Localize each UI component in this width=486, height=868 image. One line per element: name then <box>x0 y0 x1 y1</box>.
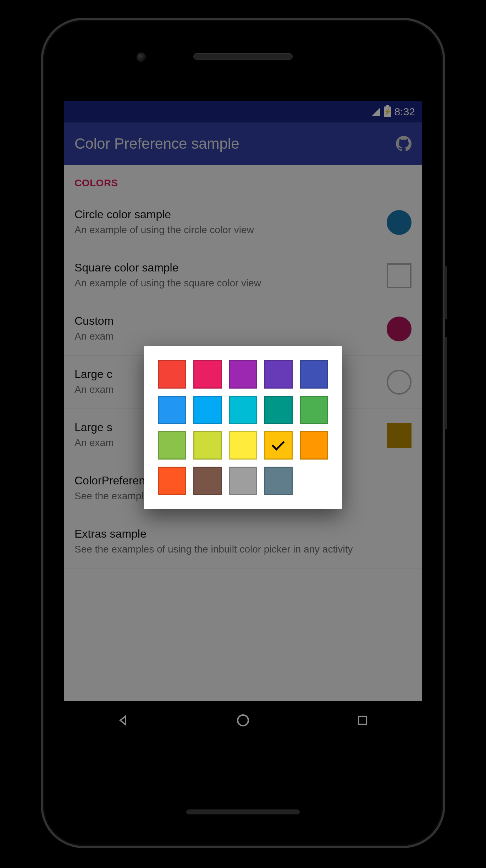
swatch-grid <box>158 360 328 495</box>
color-swatch[interactable] <box>229 360 257 389</box>
color-swatch[interactable] <box>229 396 257 424</box>
color-swatch[interactable] <box>264 431 293 460</box>
color-swatch[interactable] <box>300 360 328 389</box>
volume-button <box>444 337 447 429</box>
front-camera <box>137 53 146 62</box>
color-swatch[interactable] <box>193 360 222 389</box>
phone-body: ⚡ 8:32 Color Preference sample COLORS Ci… <box>44 21 442 845</box>
color-swatch[interactable] <box>229 431 257 460</box>
color-swatch[interactable] <box>158 396 186 424</box>
color-swatch[interactable] <box>193 396 222 424</box>
color-swatch[interactable] <box>229 467 257 495</box>
color-swatch[interactable] <box>193 467 222 495</box>
screen: ⚡ 8:32 Color Preference sample COLORS Ci… <box>64 101 422 740</box>
color-swatch[interactable] <box>264 396 293 424</box>
color-swatch[interactable] <box>158 467 186 495</box>
color-picker-dialog <box>144 346 342 509</box>
color-swatch[interactable] <box>193 431 222 460</box>
color-swatch[interactable] <box>300 431 328 460</box>
speaker <box>186 809 300 814</box>
power-button <box>444 266 447 319</box>
color-swatch[interactable] <box>300 396 328 424</box>
color-swatch[interactable] <box>158 360 186 389</box>
color-swatch[interactable] <box>264 360 293 389</box>
phone-frame: ⚡ 8:32 Color Preference sample COLORS Ci… <box>41 18 445 848</box>
color-swatch[interactable] <box>264 467 293 495</box>
color-swatch[interactable] <box>158 431 186 460</box>
earpiece <box>193 53 293 60</box>
